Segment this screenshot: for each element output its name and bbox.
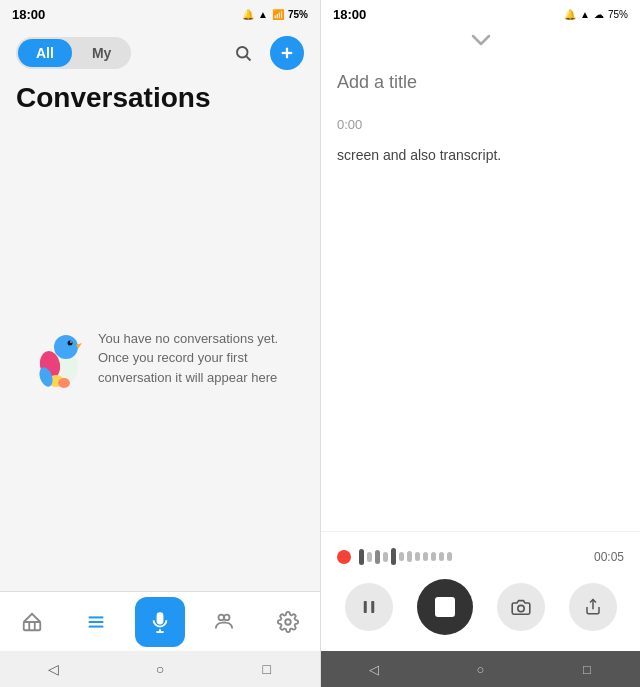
svg-rect-17: [157, 612, 163, 623]
waveform-bar: [407, 551, 412, 562]
svg-point-25: [517, 605, 523, 611]
cloud-icon: ☁: [594, 9, 604, 20]
svg-rect-23: [363, 601, 366, 613]
search-button[interactable]: [226, 36, 260, 70]
title-input[interactable]: [337, 68, 624, 97]
wifi-right-icon: ▲: [580, 9, 590, 20]
conversations-content: You have no conversations yet. Once you …: [0, 126, 320, 591]
waveform-bar: [415, 552, 420, 561]
back-button-left[interactable]: ◁: [41, 657, 65, 681]
nav-mic[interactable]: [135, 597, 185, 647]
waveform: [359, 548, 586, 565]
pause-button[interactable]: [345, 583, 393, 631]
waveform-bar: [439, 552, 444, 561]
battery-left: 75%: [288, 9, 308, 20]
filter-tabs: All My: [16, 37, 131, 69]
my-filter-tab[interactable]: My: [74, 39, 129, 67]
mic-icon: [149, 611, 171, 633]
nav-home[interactable]: [7, 597, 57, 647]
signal-icon: 📶: [272, 9, 284, 20]
parrot-icon: [36, 329, 86, 389]
svg-point-21: [224, 614, 230, 620]
empty-state: You have no conversations yet. Once you …: [20, 313, 300, 405]
nav-people[interactable]: [199, 597, 249, 647]
right-time: 18:00: [333, 7, 366, 22]
camera-icon: [511, 599, 531, 615]
stop-button[interactable]: [417, 579, 473, 635]
list-icon: [85, 611, 107, 633]
add-button[interactable]: [270, 36, 304, 70]
right-status-bar: 18:00 🔔 ▲ ☁ 75%: [321, 0, 640, 28]
timer-display: 00:05: [594, 550, 624, 564]
transcript-time: 0:00: [337, 117, 624, 132]
recording-section: 00:05: [321, 531, 640, 651]
camera-button[interactable]: [497, 583, 545, 631]
left-status-icons: 🔔 ▲ 📶 75%: [242, 9, 308, 20]
page-title: Conversations: [0, 78, 320, 126]
right-system-nav: ◁ ○ □: [321, 651, 640, 687]
left-panel: 18:00 🔔 ▲ 📶 75% All My: [0, 0, 320, 687]
svg-point-11: [58, 378, 70, 388]
filter-actions: [226, 36, 304, 70]
svg-point-0: [237, 47, 248, 58]
svg-rect-13: [24, 622, 41, 630]
pause-icon: [360, 598, 378, 616]
people-icon: [213, 611, 235, 633]
battery-right: 75%: [608, 9, 628, 20]
svg-rect-24: [371, 601, 374, 613]
waveform-bar: [359, 549, 364, 565]
waveform-row: 00:05: [337, 548, 624, 565]
waveform-bar: [399, 552, 404, 561]
empty-message: You have no conversations yet. Once you …: [98, 329, 284, 388]
share-button[interactable]: [569, 583, 617, 631]
left-system-nav: ◁ ○ □: [0, 651, 320, 687]
svg-point-22: [285, 619, 291, 625]
search-icon: [234, 44, 252, 62]
home-icon: [21, 611, 43, 633]
bottom-nav: [0, 591, 320, 651]
svg-point-5: [54, 335, 78, 359]
transcript-text: screen and also transcript.: [337, 144, 624, 166]
right-status-icons: 🔔 ▲ ☁ 75%: [564, 9, 628, 20]
recents-button-left[interactable]: □: [255, 657, 279, 681]
waveform-bar: [431, 552, 436, 561]
waveform-bar: [367, 552, 372, 562]
right-content-area: 0:00 screen and also transcript.: [321, 52, 640, 531]
all-filter-tab[interactable]: All: [18, 39, 72, 67]
waveform-bar: [447, 552, 452, 561]
svg-point-8: [70, 341, 72, 343]
recents-button-right[interactable]: □: [575, 657, 599, 681]
settings-icon: [277, 611, 299, 633]
stop-icon: [435, 597, 455, 617]
back-button-right[interactable]: ◁: [362, 657, 386, 681]
svg-line-1: [246, 56, 250, 60]
home-button-left[interactable]: ○: [148, 657, 172, 681]
waveform-bar: [383, 552, 388, 562]
home-button-right[interactable]: ○: [468, 657, 492, 681]
nav-settings[interactable]: [263, 597, 313, 647]
control-row: [337, 579, 624, 635]
chevron-handle[interactable]: [321, 28, 640, 52]
chevron-down-icon: [471, 34, 491, 46]
svg-point-7: [68, 340, 73, 345]
waveform-bar: [423, 552, 428, 561]
nav-list[interactable]: [71, 597, 121, 647]
right-panel: 18:00 🔔 ▲ ☁ 75% 0:00 screen and also tra…: [320, 0, 640, 687]
recording-indicator: [337, 550, 351, 564]
left-time: 18:00: [12, 7, 45, 22]
add-icon: [278, 44, 296, 62]
waveform-bar: [391, 548, 396, 565]
wifi-icon: ▲: [258, 9, 268, 20]
notification-icon: 🔔: [242, 9, 254, 20]
filter-bar: All My: [0, 28, 320, 78]
share-icon: [584, 598, 602, 616]
camera-status-icon: 🔔: [564, 9, 576, 20]
left-status-bar: 18:00 🔔 ▲ 📶 75%: [0, 0, 320, 28]
waveform-bar: [375, 550, 380, 564]
